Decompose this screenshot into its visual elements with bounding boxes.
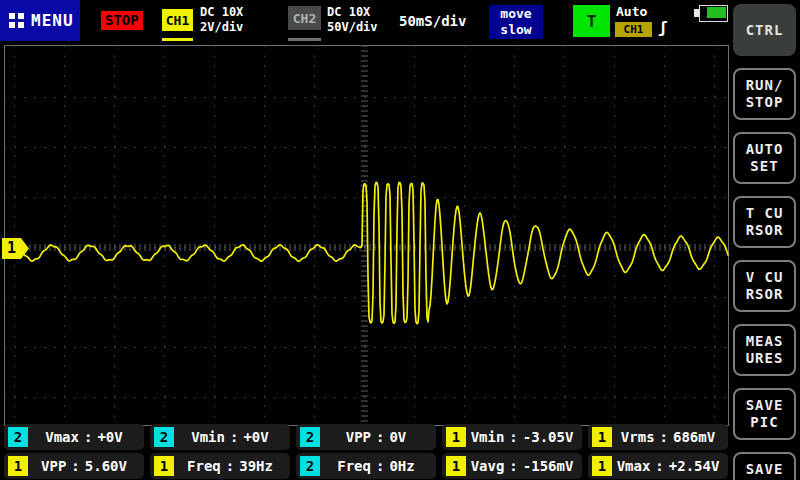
channel-badge: 1 — [8, 456, 28, 476]
measure-label: Freq — [337, 458, 371, 474]
graticule-grid — [5, 46, 729, 426]
ctrl-button[interactable]: CTRL — [733, 4, 796, 56]
measure-ch1-vavg[interactable]: 1Vavg:-156mV — [442, 453, 582, 479]
measure-value: -3.05V — [523, 429, 574, 445]
trigger-button[interactable]: T — [573, 5, 610, 37]
measure-label: Vmin — [191, 429, 225, 445]
measure-value: 686mV — [673, 429, 715, 445]
ch2-badge[interactable]: CH2 — [288, 6, 321, 30]
measure-ch2-vmax[interactable]: 2Vmax:+0V — [4, 424, 144, 450]
measure-value: 0Hz — [389, 458, 414, 474]
channel-badge: 2 — [300, 456, 320, 476]
run-stop-button[interactable]: RUN/STOP — [733, 68, 796, 120]
channel-badge: 2 — [300, 427, 320, 447]
auto-set-button[interactable]: AUTOSET — [733, 132, 796, 184]
measure-value: -156mV — [523, 458, 574, 474]
menu-label: MENU — [31, 11, 74, 30]
move-slow-button[interactable]: moveslow — [489, 5, 543, 39]
trigger-mode-label: Auto — [616, 4, 647, 19]
measures-button[interactable]: MEASURES — [733, 324, 796, 376]
measure-label: Vmax — [617, 458, 651, 474]
measure-label: Vmin — [471, 429, 505, 445]
measure-ch1-vmin[interactable]: 1Vmin:-3.05V — [442, 424, 582, 450]
measure-ch2-vpp[interactable]: 2VPP:0V — [296, 424, 436, 450]
trigger-rising-edge-icon: ʃ — [658, 18, 668, 37]
measure-label: Vmax — [45, 429, 79, 445]
measure-label: VPP — [346, 429, 371, 445]
ch1-scale: 2V/div — [200, 20, 243, 34]
timebase-readout[interactable]: 50mS/div — [399, 13, 466, 29]
scope-display — [0, 0, 800, 480]
channel-badge: 2 — [8, 427, 28, 447]
ch1-waveform-trace — [6, 182, 728, 323]
top-toolbar: MENU STOP CH1 DC 10X2V/div CH2 DC 10X50V… — [0, 0, 800, 44]
measure-value: 5.60V — [85, 458, 127, 474]
channel-badge: 1 — [592, 456, 612, 476]
ch1-settings[interactable]: DC 10X2V/div — [200, 5, 243, 35]
ch2-settings[interactable]: DC 10X50V/div — [327, 5, 378, 35]
ch2-underline — [288, 38, 321, 41]
battery-charge-level — [707, 7, 726, 18]
channel-badge: 1 — [446, 456, 466, 476]
trigger-source-badge[interactable]: CH1 — [615, 22, 652, 37]
battery-body — [699, 5, 728, 22]
channel-badge: 2 — [154, 427, 174, 447]
ch1-underline — [162, 38, 193, 41]
measure-label: Vavg — [471, 458, 505, 474]
measure-ch1-freq[interactable]: 1Freq:39Hz — [150, 453, 290, 479]
channel-badge: 1 — [154, 456, 174, 476]
save-pic-button[interactable]: SAVEPIC — [733, 388, 796, 440]
battery-icon — [694, 5, 727, 21]
measure-value: +2.54V — [669, 458, 720, 474]
ch1-badge[interactable]: CH1 — [162, 9, 193, 31]
measure-value: 0V — [389, 429, 406, 445]
measure-ch2-vmin[interactable]: 2Vmin:+0V — [150, 424, 290, 450]
measurement-readout-bar: 2Vmax:+0V 2Vmin:+0V 2VPP:0V 1Vmin:-3.05V… — [4, 424, 728, 479]
measure-ch1-vpp[interactable]: 1VPP:5.60V — [4, 453, 144, 479]
ch2-scale: 50V/div — [327, 20, 378, 34]
save-wave-button[interactable]: SAVEWAVE — [733, 452, 796, 480]
measure-ch1-vmax[interactable]: 1Vmax:+2.54V — [588, 453, 728, 479]
measure-label: Freq — [187, 458, 221, 474]
measure-label: VPP — [41, 458, 66, 474]
menu-button[interactable]: MENU — [0, 0, 80, 41]
right-button-panel: CTRL RUN/STOP AUTOSET T CURSOR V CURSOR … — [733, 4, 796, 480]
v-cursor-button[interactable]: V CURSOR — [733, 260, 796, 312]
measure-label: Vrms — [621, 429, 655, 445]
measure-value: 39Hz — [239, 458, 273, 474]
measure-ch2-freq[interactable]: 2Freq:0Hz — [296, 453, 436, 479]
measure-value: +0V — [97, 429, 122, 445]
t-cursor-button[interactable]: T CURSOR — [733, 196, 796, 248]
channel-badge: 1 — [592, 427, 612, 447]
move-line2: slow — [500, 22, 531, 37]
acquisition-status-badge[interactable]: STOP — [101, 11, 143, 30]
ch2-coupling: DC 10X — [327, 5, 370, 19]
measure-value: +0V — [243, 429, 268, 445]
measure-ch1-vrms[interactable]: 1Vrms:686mV — [588, 424, 728, 450]
ch1-coupling: DC 10X — [200, 5, 243, 19]
channel-badge: 1 — [446, 427, 466, 447]
menu-grid-icon — [9, 13, 24, 28]
move-line1: move — [500, 6, 531, 21]
